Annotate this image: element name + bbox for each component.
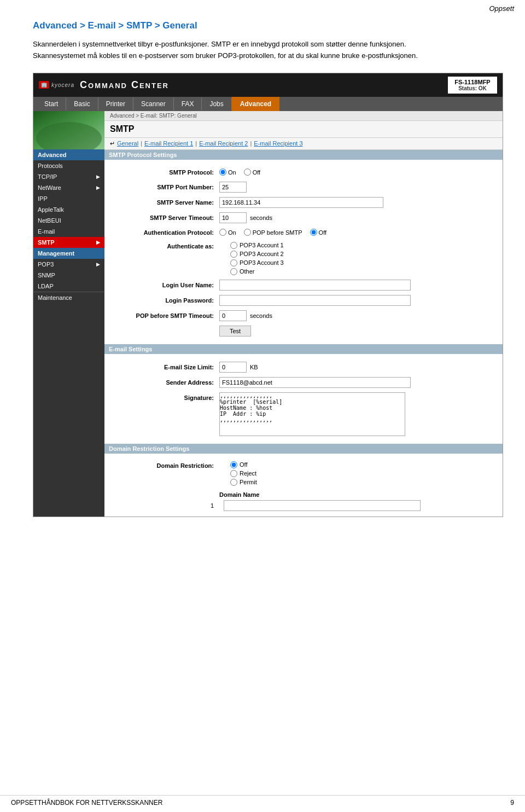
kyocera-text: kyocera bbox=[51, 82, 74, 88]
sidebar-item-netbeui[interactable]: NetBEUI bbox=[33, 215, 104, 226]
nav-tab-jobs[interactable]: Jobs bbox=[202, 97, 231, 111]
sidebar-item-maintenance[interactable]: Maintenance bbox=[33, 292, 104, 303]
device-status: Status: OK bbox=[453, 85, 492, 91]
kyocera-logo: 🏢 kyocera bbox=[39, 81, 74, 89]
pop-smtp-timeout-label: POP before SMTP Timeout: bbox=[110, 312, 219, 319]
domain-row-1: 1 bbox=[110, 500, 497, 511]
sidebar-item-ldap[interactable]: LDAP bbox=[33, 281, 104, 292]
sidebar-item-snmp[interactable]: SNMP bbox=[33, 270, 104, 281]
sender-address-input[interactable] bbox=[219, 377, 411, 388]
smtp-protocol-off[interactable]: Off bbox=[244, 169, 260, 176]
sender-address-control bbox=[219, 377, 497, 388]
email-settings-section-header: E-mail Settings bbox=[104, 344, 503, 354]
domain-restriction-label: Domain Restriction: bbox=[110, 461, 219, 469]
auth-protocol-pop[interactable]: POP before SMTP bbox=[244, 229, 302, 236]
sub-tabs: ↵ General | E-mail Recipient 1 | E-mail … bbox=[104, 138, 503, 150]
login-password-input[interactable] bbox=[219, 295, 411, 306]
footer-left: OPPSETTHÅNDBOK FOR NETTVERKSSKANNER bbox=[11, 799, 162, 807]
page-footer: OPPSETTHÅNDBOK FOR NETTVERKSSKANNER 9 bbox=[0, 795, 525, 807]
sub-tab-general[interactable]: General bbox=[117, 140, 138, 147]
auth-protocol-row: Authentication Protocol: On POP before S… bbox=[104, 225, 503, 240]
nav-tab-start[interactable]: Start bbox=[37, 97, 66, 111]
domain-row-num: 1 bbox=[110, 502, 219, 509]
smtp-timeout-input[interactable] bbox=[219, 212, 247, 223]
domain-restriction-permit[interactable]: Permit bbox=[230, 479, 257, 486]
pop-smtp-timeout-input[interactable] bbox=[219, 310, 247, 321]
smtp-protocol-on[interactable]: On bbox=[219, 169, 236, 176]
nav-tab-scanner[interactable]: Scanner bbox=[133, 97, 174, 111]
smtp-timeout-row: SMTP Server Timeout: seconds bbox=[104, 210, 503, 225]
smtp-port-label: SMTP Port Number: bbox=[110, 184, 219, 190]
sidebar-item-protocols[interactable]: Protocols bbox=[33, 160, 104, 171]
nav-tab-advanced[interactable]: Advanced bbox=[232, 97, 279, 111]
nav-tab-printer[interactable]: Printer bbox=[98, 97, 133, 111]
sender-address-label: Sender Address: bbox=[110, 379, 219, 386]
login-user-name-input[interactable] bbox=[219, 280, 411, 291]
email-size-limit-input[interactable] bbox=[219, 362, 247, 373]
smtp-port-row: SMTP Port Number: bbox=[104, 179, 503, 195]
domain-restriction-section-header: Domain Restriction Settings bbox=[104, 444, 503, 454]
smtp-timeout-label: SMTP Server Timeout: bbox=[110, 214, 219, 221]
domain-restriction-control: Off Reject Permit bbox=[219, 461, 497, 486]
auth-pop3-3[interactable]: POP3 Account 3 bbox=[230, 259, 284, 266]
auth-pop3-1[interactable]: POP3 Account 1 bbox=[230, 242, 284, 249]
sidebar-item-netware[interactable]: NetWare ▶ bbox=[33, 182, 104, 193]
smtp-port-input[interactable] bbox=[219, 182, 247, 193]
sub-tab-recipient3[interactable]: E-mail Recipient 3 bbox=[254, 140, 302, 147]
pop-smtp-timeout-control: seconds bbox=[219, 310, 497, 321]
domain-name-input-1[interactable] bbox=[224, 500, 421, 511]
smtp-protocol-section-header: SMTP Protocol Settings bbox=[104, 150, 503, 160]
device-model: FS-1118MFP bbox=[453, 79, 492, 85]
kyocera-icon: 🏢 bbox=[39, 81, 49, 89]
domain-name-section: Domain Name 1 bbox=[104, 488, 503, 511]
auth-pop3-2[interactable]: POP3 Account 2 bbox=[230, 251, 284, 258]
smtp-server-name-input[interactable] bbox=[219, 197, 383, 208]
sidebar-item-smtp[interactable]: SMTP ▶ bbox=[33, 237, 104, 248]
sidebar-item-tcpip[interactable]: TCP/IP ▶ bbox=[33, 171, 104, 182]
authenticate-as-row: Authenticate as: POP3 Account 1 POP3 Acc… bbox=[104, 240, 503, 277]
cc-nav: Start Basic Printer Scanner FAX Jobs Adv… bbox=[33, 97, 503, 111]
cc-logo-area: 🏢 kyocera Command Center bbox=[39, 79, 169, 91]
login-user-name-control bbox=[219, 280, 497, 291]
domain-restriction-off[interactable]: Off bbox=[230, 461, 257, 468]
auth-protocol-on[interactable]: On bbox=[219, 229, 236, 236]
smtp-protocol-row: SMTP Protocol: On Off bbox=[104, 165, 503, 179]
nav-tab-basic[interactable]: Basic bbox=[66, 97, 98, 111]
login-password-label: Login Password: bbox=[110, 297, 219, 304]
cc-main: Advanced > E-mail: SMTP: General SMTP ↵ … bbox=[104, 111, 503, 517]
authenticate-as-control: POP3 Account 1 POP3 Account 2 POP3 Accou… bbox=[219, 242, 497, 275]
sidebar-item-email[interactable]: E-mail bbox=[33, 226, 104, 237]
auth-protocol-control: On POP before SMTP Off bbox=[219, 229, 497, 236]
auth-protocol-label: Authentication Protocol: bbox=[110, 229, 219, 236]
sub-tab-icon: ↵ bbox=[110, 140, 115, 147]
sidebar-item-appletalk[interactable]: AppleTalk bbox=[33, 204, 104, 215]
smtp-timeout-control: seconds bbox=[219, 212, 497, 223]
email-settings-form: E-mail Size Limit: KB Sender Address: bbox=[104, 354, 503, 444]
cc-title: Command Center bbox=[80, 79, 169, 91]
sub-tab-recipient2[interactable]: E-mail Recipient 2 bbox=[199, 140, 248, 147]
auth-other[interactable]: Other bbox=[230, 268, 284, 275]
login-user-name-label: Login User Name: bbox=[110, 282, 219, 288]
sidebar-image bbox=[33, 111, 104, 149]
sidebar-item-pop3[interactable]: POP3 ▶ bbox=[33, 259, 104, 270]
domain-restriction-form: Domain Restriction: Off Reject bbox=[104, 454, 503, 517]
article-description: Skannerdelen i systemnettverket tilbyr e… bbox=[33, 39, 459, 62]
smtp-timeout-suffix: seconds bbox=[250, 214, 272, 221]
sidebar-item-ipp[interactable]: IPP bbox=[33, 193, 104, 204]
nav-tab-fax[interactable]: FAX bbox=[174, 97, 202, 111]
page-header: Oppsett bbox=[0, 0, 525, 15]
domain-restriction-reject[interactable]: Reject bbox=[230, 470, 257, 477]
login-password-control bbox=[219, 295, 497, 306]
smtp-server-name-row: SMTP Server Name: bbox=[104, 195, 503, 210]
panel-title: SMTP bbox=[104, 121, 503, 138]
sub-tab-recipient1[interactable]: E-mail Recipient 1 bbox=[144, 140, 193, 147]
signature-textarea[interactable]: ,,,,,,,,,,,,,,,, %printer [%serial] Host… bbox=[219, 392, 405, 436]
sender-address-row: Sender Address: bbox=[104, 375, 503, 390]
smtp-server-name-label: SMTP Server Name: bbox=[110, 199, 219, 206]
login-password-row: Login Password: bbox=[104, 293, 503, 308]
cc-topbar: 🏢 kyocera Command Center FS-1118MFP Stat… bbox=[33, 73, 503, 97]
email-size-limit-control: KB bbox=[219, 362, 497, 373]
command-center-box: 🏢 kyocera Command Center FS-1118MFP Stat… bbox=[33, 73, 503, 517]
test-button[interactable]: Test bbox=[219, 326, 251, 337]
auth-protocol-off[interactable]: Off bbox=[310, 229, 326, 236]
